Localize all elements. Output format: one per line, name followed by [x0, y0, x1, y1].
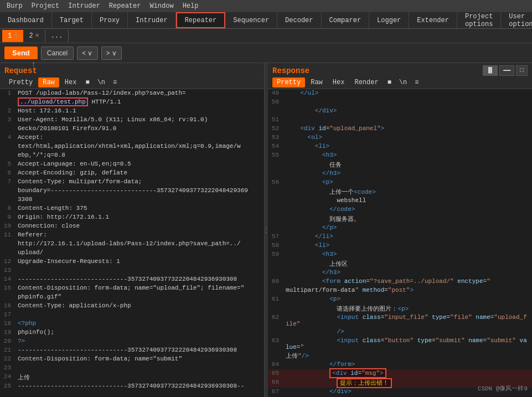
view-vertical-icon[interactable]: ━━ [499, 65, 514, 76]
tab-intruder[interactable]: Intruder [128, 12, 176, 28]
menu-intruder[interactable]: Intruder [64, 1, 105, 11]
close-tab-1[interactable]: × [14, 32, 18, 40]
code-line: Gecko/20100101 Firefox/91.0 [0, 125, 264, 133]
code-line: 50 [268, 98, 532, 107]
menu-bar: Burp Project Intruder Repeater Window He… [0, 0, 532, 12]
content-area: ▐▌ ━━ □ Request Pretty Raw Hex ■ \n ≡ 1 … [0, 63, 532, 397]
toolbar: Send Cancel < ∨ > ∨ ↑ [0, 43, 532, 63]
code-line: webshell [268, 197, 532, 205]
code-line: </p> [268, 224, 532, 233]
code-line: 21 ------------------------------3573274… [0, 346, 264, 355]
repeater-tab-ellipsis[interactable]: ... [45, 30, 69, 42]
view-split-icon[interactable]: ▐▌ [483, 65, 498, 76]
response-tab-special1[interactable]: ■ [384, 78, 395, 87]
menu-project[interactable]: Project [27, 1, 64, 11]
code-line: 60 <form action="?save_path=../upload/" … [268, 277, 532, 286]
tab-sequencer[interactable]: Sequencer [225, 12, 277, 28]
code-line: 49 </ul> [268, 89, 532, 98]
view-expand-icon[interactable]: □ [516, 65, 528, 76]
code-line: 请选择要上传的图片：<p> [268, 304, 532, 313]
menu-window[interactable]: Window [145, 1, 178, 11]
tab-extender[interactable]: Extender [409, 12, 457, 28]
code-line: ebp,*/*;q=0.8 [0, 151, 264, 160]
code-line: text/html,application/xhtml+xml,applicat… [0, 142, 264, 151]
repeater-tab-2[interactable]: 2 × [23, 30, 45, 42]
code-line: 11 Referer: [0, 231, 264, 240]
code-line: ../upload/test.php HTTP/1.1 [0, 98, 264, 107]
response-panel: Response Pretty Raw Hex Render ■ \n ≡ 49… [268, 63, 532, 397]
menu-help[interactable]: Help [178, 1, 203, 11]
code-line: /> [268, 328, 532, 337]
request-tab-newline[interactable]: \n [94, 78, 109, 87]
code-line: 上传一个<code> [268, 187, 532, 197]
request-tab-menu[interactable]: ≡ [110, 78, 120, 87]
tab-repeater[interactable]: Repeater [176, 12, 226, 28]
code-line: 10 Connection: close [0, 222, 264, 231]
tab-target[interactable]: Target [52, 12, 92, 28]
code-line: 17 [0, 311, 264, 319]
tab-decoder[interactable]: Decoder [277, 12, 321, 28]
code-line: multipart/form-data" method="post"> [268, 286, 532, 295]
code-line: 13 [0, 266, 264, 275]
nav-forward-button[interactable]: > ∨ [101, 47, 122, 60]
tab-user-options[interactable]: User options [501, 12, 532, 28]
nav-back-button[interactable]: < ∨ [77, 47, 97, 60]
code-line: 58 <li> [268, 241, 532, 250]
menu-repeater[interactable]: Repeater [105, 1, 146, 11]
repeater-sub-tabs: 1 × 2 × ... [0, 29, 532, 43]
menu-burp[interactable]: Burp [2, 1, 27, 11]
code-line: 55 <h3> [268, 151, 532, 160]
request-tab-special1[interactable]: ■ [82, 78, 92, 87]
request-tabs: Pretty Raw Hex ■ \n ≡ [0, 76, 264, 89]
code-line: 15 Content-Disposition: form-data; name=… [0, 284, 264, 293]
code-line: 6 Accept-Encoding: gzip, deflate [0, 169, 264, 178]
code-line: 任务 [268, 160, 532, 169]
code-line: 23 [0, 364, 264, 373]
watermark: CSDN @像风一样9 [478, 384, 528, 393]
response-tab-raw[interactable]: Raw [306, 78, 327, 87]
response-tab-pretty[interactable]: Pretty [272, 78, 305, 87]
response-tab-newline[interactable]: \n [396, 78, 410, 87]
code-line: 61 <p> [268, 295, 532, 304]
repeater-tab-1[interactable]: 1 × [2, 30, 23, 42]
tab-logger[interactable]: Logger [369, 12, 409, 28]
code-line: 上传区 [268, 259, 532, 269]
code-line: 14 ------------------------------3573274… [0, 275, 264, 284]
code-line: </div> [268, 107, 532, 116]
code-line: 56 <p> [268, 178, 532, 187]
response-code-area[interactable]: 49 </ul> 50 </div> 51 52 <div id="upload… [268, 89, 532, 397]
request-tab-hex[interactable]: Hex [60, 78, 81, 87]
code-line: 8 Content-Length: 375 [0, 204, 264, 213]
request-code-area[interactable]: 1 POST /upload-labs/Pass-12/index.php?sa… [0, 89, 264, 397]
send-button[interactable]: Send [4, 47, 38, 59]
code-line: phpinfo.gif" [0, 293, 264, 302]
request-tab-raw[interactable]: Raw [38, 78, 59, 87]
code-line: 51 [268, 116, 532, 125]
request-panel: Request Pretty Raw Hex ■ \n ≡ 1 POST /up… [0, 63, 265, 397]
tab-proxy[interactable]: Proxy [92, 12, 128, 28]
code-line: 到服务器。 [268, 214, 532, 224]
code-line: 24 上传 [0, 373, 264, 382]
code-line: upload/ [0, 249, 264, 257]
code-line: http://172.16.1.1/upload-labs/Pass-12/in… [0, 240, 264, 249]
request-tab-pretty[interactable]: Pretty [4, 78, 37, 87]
tab-project-options[interactable]: Project options [457, 12, 501, 28]
code-line: 上传"/> [268, 351, 532, 360]
response-tab-render[interactable]: Render [350, 78, 383, 87]
code-line: 25 ------------------------------3573274… [0, 382, 264, 391]
response-tabs: Pretty Raw Hex Render ■ \n ≡ [268, 76, 532, 89]
cancel-button[interactable]: Cancel [41, 47, 74, 60]
code-line: 3308 [0, 195, 264, 204]
tab-comparer[interactable]: Comparer [322, 12, 370, 28]
main-tabs: Dashboard Target Proxy Intruder Repeater… [0, 12, 532, 29]
code-line: 54 <li> [268, 142, 532, 151]
code-line: </code> [268, 205, 532, 214]
tab-dashboard[interactable]: Dashboard [0, 12, 52, 28]
close-tab-2[interactable]: × [35, 32, 39, 40]
code-line-65: 65 <div id="msg"> [268, 369, 532, 378]
response-tab-hex[interactable]: Hex [328, 78, 349, 87]
code-line: 53 <ol> [268, 133, 532, 142]
response-tab-menu[interactable]: ≡ [411, 78, 422, 87]
code-line: 62 <input class="input_file" type="file"… [268, 313, 532, 328]
code-line: 52 <div id="upload_panel"> [268, 125, 532, 133]
